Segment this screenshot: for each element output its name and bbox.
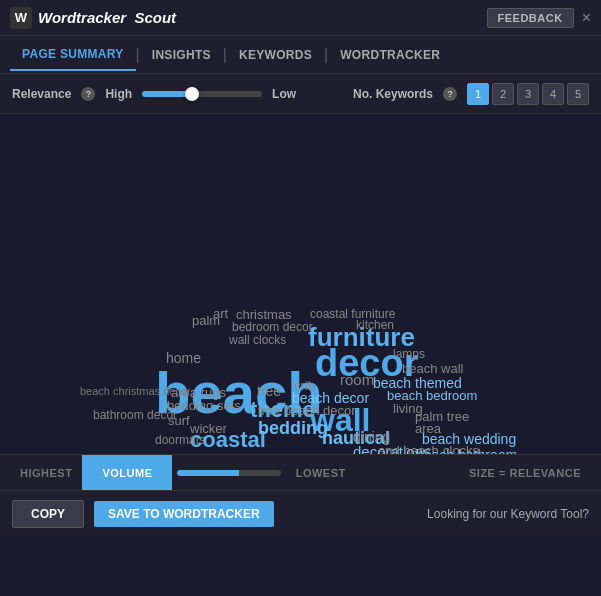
word-cloud-item[interactable]: bedding	[258, 419, 328, 437]
app-logo: W Wordtracker Scout	[10, 7, 176, 29]
close-button[interactable]: ×	[582, 9, 591, 27]
word-cloud-item[interactable]: kitchen	[356, 319, 394, 331]
copy-button[interactable]: COPY	[12, 500, 84, 528]
word-cloud-item[interactable]: tree beach decor	[258, 404, 356, 417]
keyword-tool-text: Looking for our Keyword Tool?	[284, 507, 589, 521]
word-cloud-item[interactable]: wall clocks	[229, 334, 286, 346]
word-cloud-item[interactable]: dining	[353, 430, 390, 444]
action-bar: COPY SAVE TO WORDTRACKER Looking for our…	[0, 490, 601, 536]
w-icon: W	[10, 7, 32, 29]
feedback-button[interactable]: FEEDBACK	[487, 8, 574, 28]
word-cloud-item[interactable]: home	[166, 351, 201, 365]
legend-highest: HIGHEST	[10, 467, 82, 479]
tab-insights[interactable]: INSIGHTS	[140, 40, 223, 70]
app-name-scout: Scout	[134, 9, 176, 26]
controls-bar: Relevance ? High Low No. Keywords ? 1 2 …	[0, 74, 601, 114]
word-cloud-item[interactable]: tree	[257, 384, 281, 398]
num-btn-4[interactable]: 4	[542, 83, 564, 105]
tab-page-summary[interactable]: PAGE SUMMARY	[10, 39, 136, 71]
no-keywords-info-icon[interactable]: ?	[443, 87, 457, 101]
num-btn-2[interactable]: 2	[492, 83, 514, 105]
tab-keywords[interactable]: KEYWORDS	[227, 40, 324, 70]
num-btn-3[interactable]: 3	[517, 83, 539, 105]
title-right: FEEDBACK ×	[487, 8, 591, 28]
word-cloud-item[interactable]: room	[340, 372, 374, 387]
word-cloud-item[interactable]: lamps	[393, 348, 425, 360]
no-keywords-label: No. Keywords	[353, 87, 433, 101]
low-label: Low	[272, 87, 296, 101]
volume-bar	[177, 470, 280, 476]
high-label: High	[105, 87, 132, 101]
word-cloud-item[interactable]: art	[213, 307, 228, 320]
app-name-wordtracker: Wordtracker	[38, 9, 126, 26]
word-cloud-item[interactable]: beach christmas decor	[80, 386, 191, 397]
word-cloud-item[interactable]: and beach	[378, 444, 439, 454]
tab-wordtracker[interactable]: WORDTRACKER	[328, 40, 452, 70]
word-cloud-item[interactable]: doormats	[155, 434, 205, 446]
word-cloud-area: beachdecorfurniturewallthemecoastalbeddi…	[0, 114, 601, 454]
legend-volume[interactable]: VOLUME	[82, 455, 172, 490]
save-to-wordtracker-button[interactable]: SAVE TO WORDTRACKER	[94, 501, 274, 527]
relevance-slider-track[interactable]	[142, 91, 262, 97]
legend-size-relevance: SIZE = RELEVANCE	[459, 467, 591, 479]
relevance-label: Relevance	[12, 87, 71, 101]
num-btn-1[interactable]: 1	[467, 83, 489, 105]
relevance-slider-container[interactable]	[142, 91, 262, 97]
keyword-number-buttons: 1 2 3 4 5	[467, 83, 589, 105]
app-name: Wordtracker Scout	[38, 9, 176, 26]
word-cloud-item[interactable]: bedding sets	[167, 399, 241, 412]
legend-bar: HIGHEST VOLUME LOWEST SIZE = RELEVANCE	[0, 454, 601, 490]
relevance-slider-thumb[interactable]	[185, 87, 199, 101]
word-cloud-item[interactable]: bedroom decor	[232, 321, 313, 333]
word-cloud-item[interactable]: beach wall	[402, 362, 463, 375]
nav-tabs: PAGE SUMMARY | INSIGHTS | KEYWORDS | WOR…	[0, 36, 601, 74]
title-bar: W Wordtracker Scout FEEDBACK ×	[0, 0, 601, 36]
relevance-info-icon[interactable]: ?	[81, 87, 95, 101]
word-cloud-item[interactable]: bathroom decor	[93, 409, 177, 421]
num-btn-5[interactable]: 5	[567, 83, 589, 105]
legend-lowest: LOWEST	[286, 467, 356, 479]
